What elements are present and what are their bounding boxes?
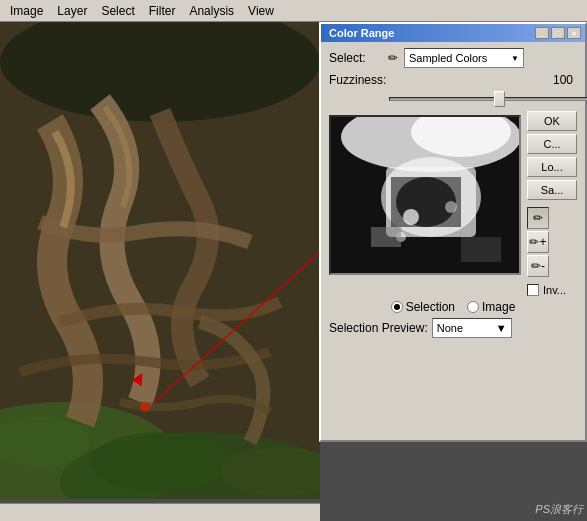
load-button[interactable]: Lo...: [527, 157, 577, 177]
invert-checkbox[interactable]: [527, 284, 539, 296]
fuzziness-value: 100: [390, 73, 577, 87]
preview-image: [331, 117, 519, 273]
menu-view[interactable]: View: [242, 2, 280, 20]
svg-rect-20: [371, 227, 401, 247]
dialog-maximize-button[interactable]: □: [551, 27, 565, 39]
chevron-down-icon-2: ▼: [496, 322, 507, 334]
fuzziness-label: Fuzziness:: [329, 73, 386, 87]
cancel-button[interactable]: C...: [527, 134, 577, 154]
selection-preview-row: Selection Preview: None ▼: [329, 318, 577, 338]
status-bar: [0, 503, 320, 521]
dialog-minimize-button[interactable]: _: [535, 27, 549, 39]
menu-bar: Image Layer Select Filter Analysis View: [0, 0, 587, 22]
eyedropper-tools: ✏ ✏+ ✏-: [527, 207, 577, 277]
dialog-title-text: Color Range: [329, 27, 394, 39]
slider-track: [389, 97, 587, 101]
dialog-close-button[interactable]: ×: [567, 27, 581, 39]
menu-analysis[interactable]: Analysis: [183, 2, 240, 20]
preview-image-container: [329, 115, 521, 275]
canvas-image[interactable]: ▲: [0, 22, 320, 499]
menu-filter[interactable]: Filter: [143, 2, 182, 20]
radio-selection[interactable]: Selection: [391, 300, 455, 314]
svg-point-16: [403, 209, 419, 225]
invert-row: Inv...: [527, 284, 577, 296]
selection-preview-value: None: [437, 322, 463, 334]
dialog-body: Select: ✏ Sampled Colors ▼ Fuzziness: 10…: [321, 42, 585, 344]
select-row: Select: ✏ Sampled Colors ▼: [329, 48, 577, 68]
radio-image-circle: [467, 301, 479, 313]
ok-button[interactable]: OK: [527, 111, 577, 131]
svg-point-5: [90, 432, 230, 492]
eyedropper-subtract-button[interactable]: ✏-: [527, 255, 549, 277]
eyedropper-add-button[interactable]: ✏+: [527, 231, 549, 253]
selection-preview-dropdown[interactable]: None ▼: [432, 318, 512, 338]
menu-layer[interactable]: Layer: [51, 2, 93, 20]
selection-preview-label: Selection Preview:: [329, 321, 428, 335]
svg-rect-21: [461, 237, 501, 262]
roots-svg: [0, 22, 320, 499]
select-label: Select:: [329, 51, 384, 65]
eyedropper-sample-button[interactable]: ✏: [527, 207, 549, 229]
fuzziness-row: Fuzziness: 100: [329, 73, 577, 87]
select-dropdown[interactable]: Sampled Colors ▼: [404, 48, 524, 68]
svg-point-17: [445, 201, 457, 213]
dialog-titlebar[interactable]: Color Range _ □ ×: [321, 24, 585, 42]
svg-point-7: [140, 402, 150, 412]
color-range-dialog: Color Range _ □ × Select: ✏ Sampled Colo…: [319, 22, 587, 442]
menu-image[interactable]: Image: [4, 2, 49, 20]
radio-image-label: Image: [482, 300, 515, 314]
fuzziness-slider[interactable]: [389, 91, 587, 107]
radio-selection-circle: [391, 301, 403, 313]
select-value: Sampled Colors: [409, 52, 487, 64]
svg-point-19: [467, 223, 475, 231]
radio-selection-label: Selection: [406, 300, 455, 314]
menu-select[interactable]: Select: [95, 2, 140, 20]
preview-svg: [331, 117, 521, 275]
button-panel: OK C... Lo... Sa... ✏ ✏+ ✏- Inv...: [527, 111, 577, 296]
watermark: PS浪客行: [535, 502, 583, 517]
dialog-title-buttons: _ □ ×: [535, 27, 581, 39]
chevron-down-icon: ▼: [511, 54, 519, 63]
radio-image[interactable]: Image: [467, 300, 515, 314]
slider-thumb[interactable]: [494, 91, 505, 107]
save-button[interactable]: Sa...: [527, 180, 577, 200]
invert-label: Inv...: [543, 284, 566, 296]
radio-row: Selection Image: [329, 300, 577, 314]
eyedropper-icon: ✏: [388, 51, 398, 65]
